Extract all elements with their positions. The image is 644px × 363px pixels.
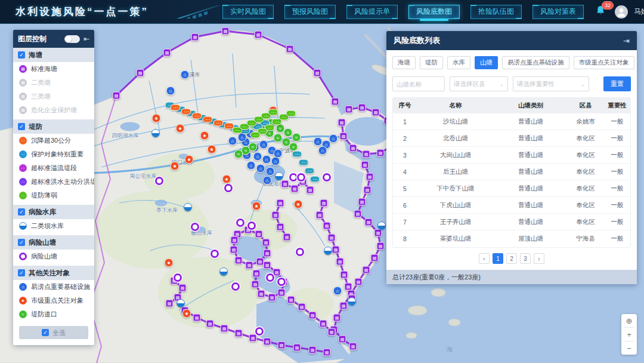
seawall-marker[interactable]: ▤ bbox=[328, 328, 336, 336]
layer-item[interactable]: ≈堤防道口 bbox=[13, 307, 94, 321]
flood-point-marker[interactable]: ⌂ bbox=[228, 137, 237, 146]
layer-section-checkbox[interactable]: ✓ bbox=[18, 208, 25, 216]
layer-section-checkbox[interactable]: ✓ bbox=[18, 123, 25, 130]
dike-segment-marker[interactable]: ⋯ bbox=[181, 109, 191, 115]
seawall-marker[interactable]: ▤ bbox=[255, 31, 262, 39]
seawall-marker[interactable]: ▤ bbox=[278, 342, 286, 349]
pagination-page[interactable]: 2 bbox=[506, 253, 517, 264]
dike-segment-marker[interactable]: ⋯ bbox=[192, 113, 202, 119]
risky-pond-marker[interactable] bbox=[289, 173, 298, 182]
seawall-marker[interactable]: ▤ bbox=[235, 330, 243, 337]
seawall-marker[interactable]: ▤ bbox=[273, 269, 281, 276]
seawall-marker[interactable]: ▤ bbox=[328, 234, 336, 242]
seawall-marker[interactable]: ▤ bbox=[323, 349, 331, 356]
risky-pond-marker[interactable] bbox=[210, 250, 219, 258]
layer-section-checkbox[interactable]: ✓ bbox=[18, 239, 25, 246]
layer-item[interactable]: ⋯保护对象特别重要 bbox=[13, 147, 94, 161]
seawall-marker[interactable]: ▤ bbox=[374, 229, 382, 237]
table-row[interactable]: 2北岙山塘普通山塘奉化区一般 bbox=[393, 130, 630, 147]
tab-易涝点重点基础设施[interactable]: 易涝点重点基础设施 bbox=[502, 56, 569, 69]
dike-segment-marker[interactable]: ⋯ bbox=[310, 176, 320, 183]
dike-segment-marker[interactable]: ⋯ bbox=[299, 159, 309, 166]
flood-point-marker[interactable]: ⌂ bbox=[259, 140, 268, 149]
layer-item[interactable]: ⋯超标准溢流堤段 bbox=[13, 161, 94, 175]
table-row[interactable]: 5下中岙下山塘普通山塘奉化区一般 bbox=[393, 180, 630, 197]
seawall-marker[interactable]: ▤ bbox=[258, 290, 265, 298]
layer-item[interactable]: ▤二类塘 bbox=[13, 76, 94, 90]
seawall-marker[interactable]: ▤ bbox=[287, 296, 295, 304]
flood-point-marker[interactable]: ⌂ bbox=[263, 176, 272, 185]
layer-item[interactable]: ⋯沉降超30公分 bbox=[13, 134, 94, 147]
seawall-marker[interactable]: ▤ bbox=[277, 199, 284, 207]
seawall-marker[interactable]: ▤ bbox=[230, 246, 238, 254]
flood-point-marker[interactable]: ⌂ bbox=[266, 167, 275, 176]
flood-point-marker[interactable]: ⌂ bbox=[274, 149, 283, 158]
tab-山塘[interactable]: 山塘 bbox=[475, 56, 498, 69]
seawall-marker[interactable]: ▤ bbox=[252, 281, 259, 288]
seawall-marker[interactable]: ▤ bbox=[365, 219, 373, 226]
select-all-button[interactable]: ✓ 全选 bbox=[19, 326, 88, 339]
dike-crossing-marker[interactable]: ≈ bbox=[234, 150, 243, 159]
seawall-marker[interactable]: ▤ bbox=[340, 302, 348, 310]
layer-item[interactable]: ⋯堤防薄弱 bbox=[13, 189, 94, 202]
seawall-marker[interactable]: ▤ bbox=[222, 27, 230, 35]
seawall-marker[interactable]: ▤ bbox=[179, 284, 187, 292]
seawall-marker[interactable]: ▤ bbox=[377, 149, 385, 157]
layer-section-checkbox[interactable]: ✓ bbox=[18, 51, 25, 59]
dike-segment-marker[interactable]: ⋯ bbox=[171, 104, 181, 111]
seawall-marker[interactable]: ▤ bbox=[293, 344, 301, 352]
flood-point-marker[interactable]: ⌂ bbox=[238, 133, 247, 142]
tab-水库[interactable]: 水库 bbox=[447, 56, 470, 69]
city-focus-marker[interactable]: ★ bbox=[171, 162, 179, 171]
flood-point-marker[interactable]: ⌂ bbox=[314, 137, 323, 146]
seawall-marker[interactable]: ▤ bbox=[336, 258, 344, 266]
city-focus-marker[interactable]: ★ bbox=[294, 200, 303, 209]
reservoir-marker[interactable] bbox=[377, 222, 386, 230]
collapse-left-icon[interactable]: ⇤ bbox=[83, 35, 89, 43]
nav-button[interactable]: 实时风险图 bbox=[222, 5, 274, 19]
pagination-next[interactable]: › bbox=[534, 253, 544, 264]
dike-crossing-marker[interactable]: ≈ bbox=[289, 143, 298, 152]
seawall-marker[interactable]: ▤ bbox=[235, 257, 243, 264]
layer-item[interactable]: 病险山塘 bbox=[13, 250, 94, 263]
risky-pond-marker[interactable] bbox=[155, 177, 163, 185]
seawall-marker[interactable]: ▤ bbox=[253, 270, 261, 278]
flood-point-marker[interactable]: ⌂ bbox=[166, 87, 175, 96]
seawall-marker[interactable]: ▤ bbox=[332, 246, 340, 254]
dike-segment-marker[interactable]: ⋯ bbox=[268, 109, 278, 116]
zoom-in-button[interactable]: + bbox=[621, 328, 637, 341]
seawall-marker[interactable]: ▤ bbox=[320, 320, 327, 328]
seawall-marker[interactable]: ▤ bbox=[264, 338, 271, 346]
seawall-marker[interactable]: ▤ bbox=[340, 133, 348, 140]
seawall-marker[interactable]: ▤ bbox=[262, 239, 270, 247]
seawall-marker[interactable]: ▤ bbox=[286, 45, 294, 53]
seawall-marker[interactable]: ▤ bbox=[206, 320, 214, 328]
layer-item[interactable]: ⋯超标准洪水主动分洪堤段 bbox=[13, 175, 94, 189]
risky-pond-marker[interactable] bbox=[231, 282, 240, 291]
dike-segment-marker[interactable]: ⋯ bbox=[292, 151, 302, 158]
seawall-marker[interactable]: ▤ bbox=[291, 185, 299, 193]
seawall-marker[interactable]: ▤ bbox=[316, 211, 324, 219]
tab-海塘[interactable]: 海塘 bbox=[392, 56, 416, 69]
seawall-marker[interactable]: ▤ bbox=[309, 346, 317, 354]
risky-pond-marker[interactable] bbox=[255, 327, 264, 336]
reservoir-marker[interactable] bbox=[184, 203, 192, 211]
flood-point-marker[interactable]: ⌂ bbox=[318, 146, 327, 155]
city-focus-marker[interactable]: ★ bbox=[222, 175, 231, 184]
reservoir-marker[interactable] bbox=[151, 129, 160, 137]
seawall-marker[interactable]: ▤ bbox=[354, 210, 362, 218]
risky-pond-marker[interactable] bbox=[174, 273, 182, 282]
flood-point-marker[interactable]: ⌂ bbox=[262, 155, 271, 164]
dike-segment-marker[interactable]: ⋯ bbox=[286, 110, 296, 117]
risky-pond-marker[interactable] bbox=[297, 173, 305, 182]
dike-crossing-marker[interactable]: ≈ bbox=[292, 133, 301, 142]
layer-item[interactable]: ▤三类塘 bbox=[13, 90, 94, 103]
seawall-marker[interactable]: ▤ bbox=[166, 300, 174, 307]
nav-button[interactable]: 抢险队伍图 bbox=[470, 5, 522, 19]
seawall-marker[interactable]: ▤ bbox=[281, 180, 289, 188]
seawall-marker[interactable]: ▤ bbox=[358, 198, 366, 206]
risky-pond-marker[interactable] bbox=[247, 222, 256, 230]
table-row[interactable]: 1沙坑山塘普通山塘余姚市一般 bbox=[393, 113, 630, 130]
dike-segment-marker[interactable]: ⋯ bbox=[250, 132, 261, 139]
select-all-checkbox[interactable]: ✓ bbox=[42, 329, 49, 336]
